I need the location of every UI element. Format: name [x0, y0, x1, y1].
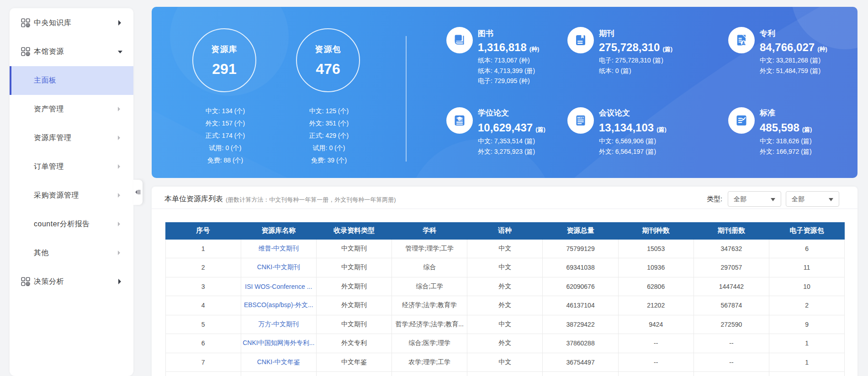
svg-text:MEET: MEET [577, 116, 584, 119]
